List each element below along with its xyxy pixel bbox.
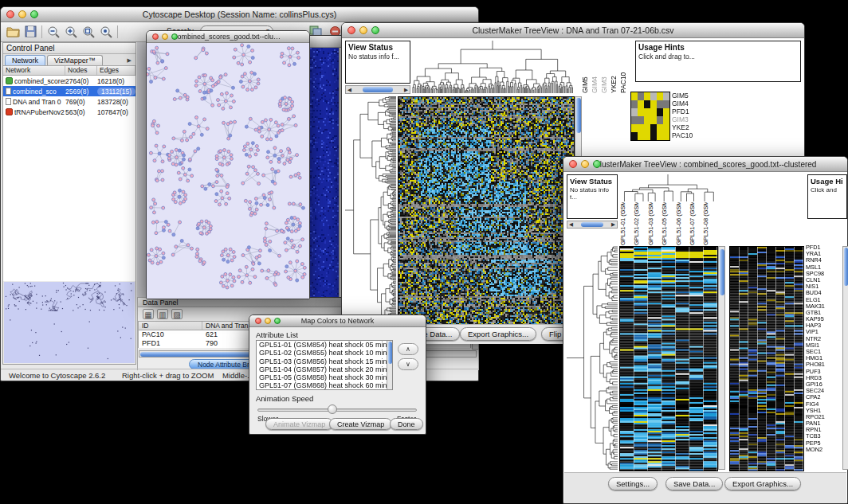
- move-down-button[interactable]: ∨: [398, 358, 418, 370]
- detail-column-label: GIM4: [591, 41, 600, 93]
- network-list-background: [3, 117, 135, 281]
- gene-list-scrollbar[interactable]: [842, 246, 848, 470]
- treeview-button[interactable]: Export Graphics...: [460, 327, 536, 341]
- move-up-button[interactable]: ∧: [398, 343, 418, 355]
- gene-label: SEC1: [806, 349, 841, 355]
- minimize-button[interactable]: [359, 26, 367, 34]
- column-dendrogram[interactable]: [412, 41, 573, 93]
- gene-label: CLN1: [806, 277, 841, 283]
- attribute-item[interactable]: GPL51-05 (GSM858) heat shock 30 min: [257, 373, 392, 381]
- background-network-window: [308, 35, 344, 298]
- save-session-icon[interactable]: [23, 25, 37, 39]
- scroll-thumb[interactable]: [844, 248, 848, 286]
- heatmap-vertical-scrollbar[interactable]: [718, 246, 725, 470]
- zoom-selected-icon[interactable]: [99, 25, 113, 39]
- zoom-in-icon[interactable]: [64, 25, 78, 39]
- treeview-button[interactable]: Settings...: [608, 477, 658, 490]
- secondary-heatmap[interactable]: [729, 246, 804, 471]
- maximize-button[interactable]: [30, 10, 38, 18]
- open-session-icon[interactable]: [6, 25, 20, 39]
- detail-matrix[interactable]: [630, 92, 670, 141]
- detail-column-label: GIM3: [600, 41, 610, 93]
- expression-heatmap[interactable]: [398, 96, 575, 326]
- attribute-item[interactable]: GPL51-01 (GSM854) heat shock 05 min: [257, 341, 392, 349]
- network-list-item[interactable]: DNA and Tran 0769(0)183728(0): [3, 96, 135, 107]
- scroll-thumb[interactable]: [576, 98, 581, 133]
- maximize-button[interactable]: [593, 160, 601, 168]
- dialog-titlebar[interactable]: Map Colors to Network: [249, 315, 426, 327]
- listbox-scrollbar[interactable]: [387, 341, 392, 389]
- mini-horizontal-scrollbar[interactable]: ◀ ▶: [345, 85, 410, 94]
- maximize-button[interactable]: [371, 26, 379, 34]
- network-list-item[interactable]: combined_sco2569(8)13112(15): [3, 86, 135, 96]
- header-id[interactable]: ID: [139, 322, 202, 330]
- delete-attribute-icon[interactable]: ▨: [171, 309, 183, 319]
- maximize-button[interactable]: [274, 318, 281, 324]
- minimize-button[interactable]: [265, 318, 271, 324]
- dialog-button[interactable]: Done: [390, 418, 423, 430]
- detail-row-label: GIM3: [672, 115, 693, 123]
- scroll-left-icon[interactable]: ◀: [569, 221, 573, 228]
- tab-vizmapper[interactable]: VizMapper™: [47, 55, 103, 65]
- row-dendrogram[interactable]: [345, 96, 396, 324]
- column-label: GPL51-08 (GSM87: [702, 202, 716, 245]
- main-titlebar[interactable]: Cytoscape Desktop (Session Name: collins…: [1, 7, 478, 22]
- view-status-text: No status info f...: [346, 52, 410, 61]
- network-overview-thumbnail[interactable]: [4, 282, 135, 363]
- gene-label: KAP95: [806, 316, 841, 322]
- treeview2-titlebar[interactable]: ClusterMaker TreeView : combined_scores_…: [563, 157, 847, 172]
- attribute-item[interactable]: GPL51-07 (GSM868) heat shock 60 min: [257, 381, 392, 389]
- detail-column-label: YKE2: [610, 41, 619, 93]
- mini-horizontal-scrollbar[interactable]: ◀ ▶: [567, 221, 618, 229]
- treeview1-titlebar[interactable]: ClusterMaker TreeView : DNA and Tran 07-…: [342, 23, 804, 38]
- gene-label: MSI1: [806, 342, 841, 349]
- minimize-button[interactable]: [162, 33, 168, 40]
- view-status-panel: View Status No status info f...: [345, 41, 410, 84]
- network-graph-canvas[interactable]: [147, 43, 309, 299]
- header-edges[interactable]: Edges: [97, 66, 135, 75]
- background-window-titlebar[interactable]: [308, 36, 344, 48]
- scroll-right-icon[interactable]: ▶: [611, 221, 615, 228]
- attribute-item[interactable]: GPL51-02 (GSM855) heat shock 10 min: [257, 349, 392, 357]
- tab-overflow-icon[interactable]: ▶: [125, 55, 134, 65]
- attribute-item[interactable]: GPL51-03 (GSM856) heat shock 15 min: [257, 357, 392, 365]
- header-network[interactable]: Network: [3, 66, 65, 75]
- network-type-icon: [6, 77, 13, 84]
- network-list-item[interactable]: tRNAPuberNov2563(0)107847(0): [3, 107, 135, 117]
- zoom-out-icon[interactable]: [46, 25, 61, 39]
- scroll-right-icon[interactable]: ▶: [404, 87, 408, 93]
- animation-speed-label: Animation Speed: [256, 394, 313, 403]
- header-nodes[interactable]: Nodes: [65, 66, 97, 75]
- dialog-button[interactable]: Create Vizmap: [329, 418, 392, 430]
- scroll-thumb[interactable]: [388, 342, 392, 364]
- close-button[interactable]: [569, 160, 577, 168]
- column-dendrogram[interactable]: [619, 174, 716, 201]
- speed-slider-thumb[interactable]: [328, 404, 337, 414]
- close-button[interactable]: [6, 10, 14, 18]
- treeview-button[interactable]: Export Graphics...: [724, 477, 801, 490]
- zoom-fit-icon[interactable]: [81, 25, 96, 39]
- minimize-button[interactable]: [581, 160, 589, 168]
- expression-heatmap[interactable]: [619, 246, 718, 471]
- attribute-item[interactable]: GPL51-04 (GSM857) heat shock 20 min: [257, 365, 392, 373]
- scroll-thumb[interactable]: [581, 222, 603, 227]
- create-attribute-icon[interactable]: ▥: [157, 309, 168, 319]
- minimize-button[interactable]: [18, 10, 26, 18]
- scroll-thumb[interactable]: [720, 249, 724, 295]
- row-dendrogram[interactable]: [567, 246, 618, 470]
- close-button[interactable]: [255, 318, 261, 324]
- tab-network[interactable]: Network: [5, 55, 45, 65]
- select-attributes-icon[interactable]: ▦: [143, 309, 154, 319]
- scroll-left-icon[interactable]: ◀: [347, 87, 351, 93]
- maximize-button[interactable]: [171, 33, 178, 40]
- close-button[interactable]: [152, 33, 159, 40]
- scroll-thumb[interactable]: [363, 87, 393, 92]
- gene-label: NIS1: [806, 283, 841, 290]
- control-panel: Control Panel Network VizMapper™ ▶ Netwo…: [2, 42, 136, 365]
- treeview-button[interactable]: Save Data...: [665, 477, 723, 490]
- attribute-listbox[interactable]: GPL51-01 (GSM854) heat shock 05 minGPL51…: [256, 340, 393, 390]
- network-list-item[interactable]: combined_scores2764(0)16218(0): [3, 76, 135, 86]
- close-button[interactable]: [347, 26, 355, 34]
- speed-slider-track[interactable]: [257, 408, 417, 412]
- network-view-titlebar[interactable]: combined_scores_good.txt--cluste...: [147, 31, 309, 43]
